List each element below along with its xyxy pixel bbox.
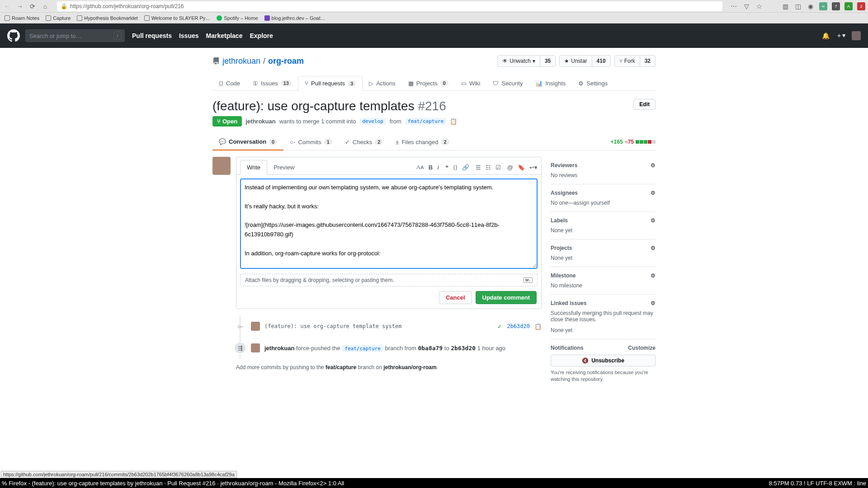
attach-hint[interactable]: Attach files by dragging & dropping, sel… xyxy=(240,274,538,286)
repo-name-link[interactable]: org-roam xyxy=(268,56,304,66)
nav-pull-requests[interactable]: Pull requests xyxy=(132,32,172,39)
bookmark-item[interactable]: Hypothesis Bookmarklet xyxy=(77,15,138,21)
check-success-icon[interactable]: ✓ xyxy=(497,323,502,330)
assign-yourself-link[interactable]: No one—assign yourself xyxy=(551,200,610,206)
preview-tab[interactable]: Preview xyxy=(267,160,301,174)
home-button[interactable]: ⌂ xyxy=(41,2,50,11)
project-icon: ▦ xyxy=(408,80,414,87)
copy-hash-icon[interactable]: 📋 xyxy=(534,323,542,330)
base-branch[interactable]: develop xyxy=(360,118,386,125)
sidebar-icon[interactable]: ◫ xyxy=(794,2,802,10)
slash-key-icon: / xyxy=(113,32,122,40)
bookmark-item[interactable]: blog.jethro.dev – Goat… xyxy=(264,15,326,21)
heading-icon[interactable]: Aᴀ xyxy=(416,164,424,171)
ext-2-icon[interactable]: 7 xyxy=(832,2,840,10)
url-bar[interactable]: 🔒 https://github.com/jethrokuan/org-roam… xyxy=(57,1,722,11)
update-comment-button[interactable]: Update comment xyxy=(476,291,537,304)
tab-code[interactable]: ⟨⟩Code xyxy=(212,76,246,90)
repo-owner-link[interactable]: jethrokuan xyxy=(222,56,260,66)
tab-pull-requests[interactable]: ⑂Pull requests3 xyxy=(298,76,363,91)
comment-textarea[interactable] xyxy=(240,178,538,269)
tab-wiki[interactable]: ▭Wiki xyxy=(455,76,487,90)
back-button[interactable]: ← xyxy=(3,2,12,11)
cancel-button[interactable]: Cancel xyxy=(439,291,472,304)
notifications-bell-icon[interactable]: 🔔 xyxy=(822,32,830,39)
italic-icon[interactable]: I xyxy=(437,164,439,171)
linked-gear-icon[interactable]: ⚙ xyxy=(651,300,656,306)
commit-message[interactable]: (feature): use org-capture template syst… xyxy=(264,323,493,329)
reply-icon[interactable]: ↩▾ xyxy=(529,164,538,171)
tab-security[interactable]: 🛡Security xyxy=(486,76,529,90)
head-branch[interactable]: feat/capture xyxy=(405,118,446,125)
quote-icon[interactable]: ❝ xyxy=(445,164,448,171)
tab-actions[interactable]: ▷Actions xyxy=(363,76,402,90)
pr-icon: ⑂ xyxy=(305,80,308,87)
nav-issues[interactable]: Issues xyxy=(179,32,199,39)
markdown-icon[interactable]: M↓ xyxy=(524,277,533,283)
unsubscribe-button[interactable]: 🔇Unsubscribe xyxy=(551,355,656,366)
reload-button[interactable]: ⟳ xyxy=(28,2,37,11)
force-push-avatar[interactable] xyxy=(251,343,260,352)
edit-button[interactable]: Edit xyxy=(633,99,656,110)
milestone-gear-icon[interactable]: ⚙ xyxy=(651,272,656,279)
notifications-note: You're receiving notifications because y… xyxy=(551,369,656,383)
fork-button[interactable]: ⑂ Fork32 xyxy=(614,55,656,67)
prtab-checks[interactable]: ✓Checks2 xyxy=(339,134,389,150)
milestone-body: No milestone xyxy=(551,282,656,289)
task-icon[interactable]: ☑ xyxy=(495,164,501,171)
tab-projects[interactable]: ▦Projects0 xyxy=(402,76,455,90)
prtab-commits[interactable]: ○-Commits1 xyxy=(283,134,339,150)
write-tab[interactable]: Write xyxy=(240,160,267,175)
bookmark-item[interactable]: Roam Notes xyxy=(5,15,39,21)
star-button[interactable]: ★ Unstar410 xyxy=(559,55,610,67)
projects-gear-icon[interactable]: ⚙ xyxy=(651,245,656,251)
link-icon[interactable]: 🔗 xyxy=(462,164,469,171)
gear-icon: ⚙ xyxy=(578,80,584,87)
search-input[interactable]: Search or jump to… / xyxy=(25,29,125,42)
assignees-gear-icon[interactable]: ⚙ xyxy=(651,190,656,196)
commit-hash-link[interactable]: 2b63d20 xyxy=(507,323,530,329)
ext-4-icon[interactable]: 2 xyxy=(857,2,865,10)
nav-marketplace[interactable]: Marketplace xyxy=(206,32,243,39)
pr-author[interactable]: jethrokuan xyxy=(245,118,275,125)
ext-1-icon[interactable]: ∞ xyxy=(819,2,827,10)
tab-issues[interactable]: ①Issues13 xyxy=(246,76,298,90)
user-avatar[interactable] xyxy=(852,31,861,40)
force-push-branch: feat/capture xyxy=(342,345,383,352)
more-icon[interactable]: ⋯ xyxy=(730,2,738,10)
code-icon[interactable]: ⟨⟩ xyxy=(453,164,458,171)
ol-icon[interactable]: ☷ xyxy=(486,164,491,171)
mention-icon[interactable]: @ xyxy=(507,164,513,171)
pocket-icon[interactable]: ▽ xyxy=(742,2,750,10)
ul-icon[interactable]: ☰ xyxy=(476,164,481,171)
force-push-author[interactable]: jethrokuan xyxy=(264,345,294,352)
reviewers-gear-icon[interactable]: ⚙ xyxy=(651,162,656,169)
library-icon[interactable]: ▥ xyxy=(781,2,789,10)
prtab-conversation[interactable]: 💬Conversation0 xyxy=(212,134,283,150)
ext-3-icon[interactable]: A xyxy=(844,2,853,10)
github-logo-icon[interactable] xyxy=(7,29,20,42)
create-new-dropdown[interactable]: ＋▾ xyxy=(836,32,845,40)
commit-author-avatar[interactable] xyxy=(251,322,260,331)
customize-link[interactable]: Customize xyxy=(628,345,656,351)
bookmark-item[interactable]: Welcome to SLAYER Py… xyxy=(144,15,210,21)
tab-insights[interactable]: 📊Insights xyxy=(529,76,572,90)
nav-explore[interactable]: Explore xyxy=(250,32,273,39)
tab-settings[interactable]: ⚙Settings xyxy=(572,76,614,90)
reference-icon[interactable]: 🔖 xyxy=(518,164,525,171)
forward-button[interactable]: → xyxy=(15,2,24,11)
labels-gear-icon[interactable]: ⚙ xyxy=(651,217,656,224)
bookmark-item[interactable]: Capture xyxy=(46,15,71,21)
prtab-files[interactable]: ±Files changed2 xyxy=(389,134,455,150)
watch-button[interactable]: 👁 Unwatch ▾35 xyxy=(497,55,556,67)
graph-icon: 📊 xyxy=(535,80,542,87)
labels-body: None yet xyxy=(551,227,656,234)
copy-branch-icon[interactable]: 📋 xyxy=(450,118,457,125)
bookmark-star-icon[interactable]: ☆ xyxy=(755,2,763,10)
author-avatar[interactable] xyxy=(212,157,231,175)
bold-icon[interactable]: B xyxy=(429,164,433,171)
bookmark-item[interactable]: Spotify – Home xyxy=(217,15,258,21)
commit-icon: ○- xyxy=(290,139,295,145)
account-icon[interactable]: ◉ xyxy=(807,2,815,10)
repo-icon xyxy=(212,57,220,65)
